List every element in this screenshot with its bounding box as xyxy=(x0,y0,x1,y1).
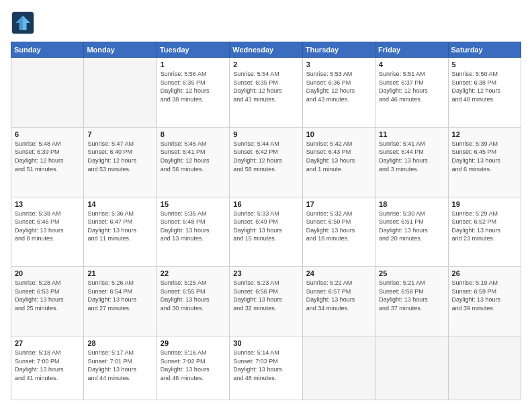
day-info: Sunrise: 5:44 AM Sunset: 6:42 PM Dayligh… xyxy=(233,140,298,173)
calendar-cell: 18Sunrise: 5:30 AM Sunset: 6:51 PM Dayli… xyxy=(375,197,448,267)
day-number: 25 xyxy=(379,269,444,277)
weekday-header-sunday: Sunday xyxy=(11,42,84,58)
calendar-cell: 25Sunrise: 5:21 AM Sunset: 6:58 PM Dayli… xyxy=(375,267,448,336)
day-info: Sunrise: 5:41 AM Sunset: 6:44 PM Dayligh… xyxy=(379,140,444,173)
day-number: 21 xyxy=(87,269,152,277)
calendar-row-3: 13Sunrise: 5:38 AM Sunset: 6:46 PM Dayli… xyxy=(11,197,521,267)
day-number: 6 xyxy=(15,130,80,138)
calendar-row-1: 1Sunrise: 5:56 AM Sunset: 6:35 PM Daylig… xyxy=(11,58,521,128)
calendar-cell: 15Sunrise: 5:35 AM Sunset: 6:48 PM Dayli… xyxy=(157,197,229,267)
calendar-cell: 12Sunrise: 5:39 AM Sunset: 6:45 PM Dayli… xyxy=(448,127,521,197)
calendar-cell: 2Sunrise: 5:54 AM Sunset: 6:35 PM Daylig… xyxy=(230,58,302,128)
calendar-cell: 10Sunrise: 5:42 AM Sunset: 6:43 PM Dayli… xyxy=(302,127,375,197)
calendar-cell: 16Sunrise: 5:33 AM Sunset: 6:49 PM Dayli… xyxy=(230,197,302,267)
day-info: Sunrise: 5:29 AM Sunset: 6:52 PM Dayligh… xyxy=(452,210,517,243)
day-number: 12 xyxy=(452,130,517,138)
page: SundayMondayTuesdayWednesdayThursdayFrid… xyxy=(0,0,532,411)
day-info: Sunrise: 5:19 AM Sunset: 6:59 PM Dayligh… xyxy=(452,279,517,312)
calendar-cell: 30Sunrise: 5:14 AM Sunset: 7:03 PM Dayli… xyxy=(230,336,302,400)
day-info: Sunrise: 5:17 AM Sunset: 7:01 PM Dayligh… xyxy=(87,349,152,382)
day-number: 15 xyxy=(161,200,226,208)
day-info: Sunrise: 5:32 AM Sunset: 6:50 PM Dayligh… xyxy=(306,210,371,243)
day-info: Sunrise: 5:50 AM Sunset: 6:38 PM Dayligh… xyxy=(452,70,517,103)
calendar-cell: 3Sunrise: 5:53 AM Sunset: 6:36 PM Daylig… xyxy=(302,58,375,128)
calendar-cell: 1Sunrise: 5:56 AM Sunset: 6:35 PM Daylig… xyxy=(157,58,229,128)
calendar-cell: 17Sunrise: 5:32 AM Sunset: 6:50 PM Dayli… xyxy=(302,197,375,267)
day-number: 30 xyxy=(233,339,298,347)
weekday-header-tuesday: Tuesday xyxy=(157,42,229,58)
day-info: Sunrise: 5:53 AM Sunset: 6:36 PM Dayligh… xyxy=(306,70,371,103)
calendar-row-4: 20Sunrise: 5:28 AM Sunset: 6:53 PM Dayli… xyxy=(11,267,521,336)
day-number: 11 xyxy=(379,130,444,138)
header xyxy=(11,11,521,35)
calendar-table: SundayMondayTuesdayWednesdayThursdayFrid… xyxy=(11,42,521,400)
day-info: Sunrise: 5:22 AM Sunset: 6:57 PM Dayligh… xyxy=(306,279,371,312)
day-number: 28 xyxy=(87,339,152,347)
day-info: Sunrise: 5:16 AM Sunset: 7:02 PM Dayligh… xyxy=(161,349,226,382)
day-info: Sunrise: 5:28 AM Sunset: 6:53 PM Dayligh… xyxy=(15,279,80,312)
logo xyxy=(11,11,38,35)
day-number: 7 xyxy=(87,130,152,138)
day-number: 23 xyxy=(233,269,298,277)
calendar-cell: 29Sunrise: 5:16 AM Sunset: 7:02 PM Dayli… xyxy=(157,336,229,400)
day-number: 4 xyxy=(379,60,444,68)
calendar-cell: 28Sunrise: 5:17 AM Sunset: 7:01 PM Dayli… xyxy=(84,336,157,400)
day-number: 17 xyxy=(306,200,371,208)
calendar-cell xyxy=(11,58,84,128)
calendar-cell: 23Sunrise: 5:23 AM Sunset: 6:56 PM Dayli… xyxy=(230,267,302,336)
calendar-cell: 19Sunrise: 5:29 AM Sunset: 6:52 PM Dayli… xyxy=(448,197,521,267)
logo-icon xyxy=(11,11,35,35)
day-number: 9 xyxy=(233,130,298,138)
day-info: Sunrise: 5:35 AM Sunset: 6:48 PM Dayligh… xyxy=(161,210,226,243)
day-info: Sunrise: 5:45 AM Sunset: 6:41 PM Dayligh… xyxy=(161,140,226,173)
day-number: 24 xyxy=(306,269,371,277)
day-info: Sunrise: 5:26 AM Sunset: 6:54 PM Dayligh… xyxy=(87,279,152,312)
weekday-header-saturday: Saturday xyxy=(448,42,521,58)
calendar-cell: 24Sunrise: 5:22 AM Sunset: 6:57 PM Dayli… xyxy=(302,267,375,336)
day-number: 16 xyxy=(233,200,298,208)
day-number: 18 xyxy=(379,200,444,208)
day-number: 10 xyxy=(306,130,371,138)
weekday-header-wednesday: Wednesday xyxy=(230,42,302,58)
day-number: 29 xyxy=(161,339,226,347)
calendar-cell xyxy=(375,336,448,400)
day-info: Sunrise: 5:51 AM Sunset: 6:37 PM Dayligh… xyxy=(379,70,444,103)
day-info: Sunrise: 5:38 AM Sunset: 6:46 PM Dayligh… xyxy=(15,210,80,243)
calendar-cell: 11Sunrise: 5:41 AM Sunset: 6:44 PM Dayli… xyxy=(375,127,448,197)
calendar-row-2: 6Sunrise: 5:48 AM Sunset: 6:39 PM Daylig… xyxy=(11,127,521,197)
calendar-cell xyxy=(302,336,375,400)
day-info: Sunrise: 5:48 AM Sunset: 6:39 PM Dayligh… xyxy=(15,140,80,173)
calendar-cell: 13Sunrise: 5:38 AM Sunset: 6:46 PM Dayli… xyxy=(11,197,84,267)
day-number: 20 xyxy=(15,269,80,277)
day-info: Sunrise: 5:42 AM Sunset: 6:43 PM Dayligh… xyxy=(306,140,371,173)
calendar-cell: 7Sunrise: 5:47 AM Sunset: 6:40 PM Daylig… xyxy=(84,127,157,197)
day-number: 22 xyxy=(161,269,226,277)
weekday-header-monday: Monday xyxy=(84,42,157,58)
calendar-cell: 20Sunrise: 5:28 AM Sunset: 6:53 PM Dayli… xyxy=(11,267,84,336)
day-number: 5 xyxy=(452,60,517,68)
day-info: Sunrise: 5:39 AM Sunset: 6:45 PM Dayligh… xyxy=(452,140,517,173)
calendar-cell: 27Sunrise: 5:18 AM Sunset: 7:00 PM Dayli… xyxy=(11,336,84,400)
day-info: Sunrise: 5:33 AM Sunset: 6:49 PM Dayligh… xyxy=(233,210,298,243)
day-info: Sunrise: 5:23 AM Sunset: 6:56 PM Dayligh… xyxy=(233,279,298,312)
day-info: Sunrise: 5:54 AM Sunset: 6:35 PM Dayligh… xyxy=(233,70,298,103)
weekday-header-thursday: Thursday xyxy=(302,42,375,58)
day-info: Sunrise: 5:56 AM Sunset: 6:35 PM Dayligh… xyxy=(161,70,226,103)
calendar-row-5: 27Sunrise: 5:18 AM Sunset: 7:00 PM Dayli… xyxy=(11,336,521,400)
calendar-cell: 9Sunrise: 5:44 AM Sunset: 6:42 PM Daylig… xyxy=(230,127,302,197)
day-number: 14 xyxy=(87,200,152,208)
calendar-cell: 21Sunrise: 5:26 AM Sunset: 6:54 PM Dayli… xyxy=(84,267,157,336)
day-info: Sunrise: 5:21 AM Sunset: 6:58 PM Dayligh… xyxy=(379,279,444,312)
day-number: 19 xyxy=(452,200,517,208)
day-number: 27 xyxy=(15,339,80,347)
calendar-cell: 8Sunrise: 5:45 AM Sunset: 6:41 PM Daylig… xyxy=(157,127,229,197)
calendar-cell: 4Sunrise: 5:51 AM Sunset: 6:37 PM Daylig… xyxy=(375,58,448,128)
day-info: Sunrise: 5:36 AM Sunset: 6:47 PM Dayligh… xyxy=(87,210,152,243)
day-number: 2 xyxy=(233,60,298,68)
calendar-cell: 5Sunrise: 5:50 AM Sunset: 6:38 PM Daylig… xyxy=(448,58,521,128)
weekday-header-row: SundayMondayTuesdayWednesdayThursdayFrid… xyxy=(11,42,521,58)
day-info: Sunrise: 5:14 AM Sunset: 7:03 PM Dayligh… xyxy=(233,349,298,382)
day-number: 3 xyxy=(306,60,371,68)
calendar-cell: 22Sunrise: 5:25 AM Sunset: 6:55 PM Dayli… xyxy=(157,267,229,336)
day-info: Sunrise: 5:47 AM Sunset: 6:40 PM Dayligh… xyxy=(87,140,152,173)
